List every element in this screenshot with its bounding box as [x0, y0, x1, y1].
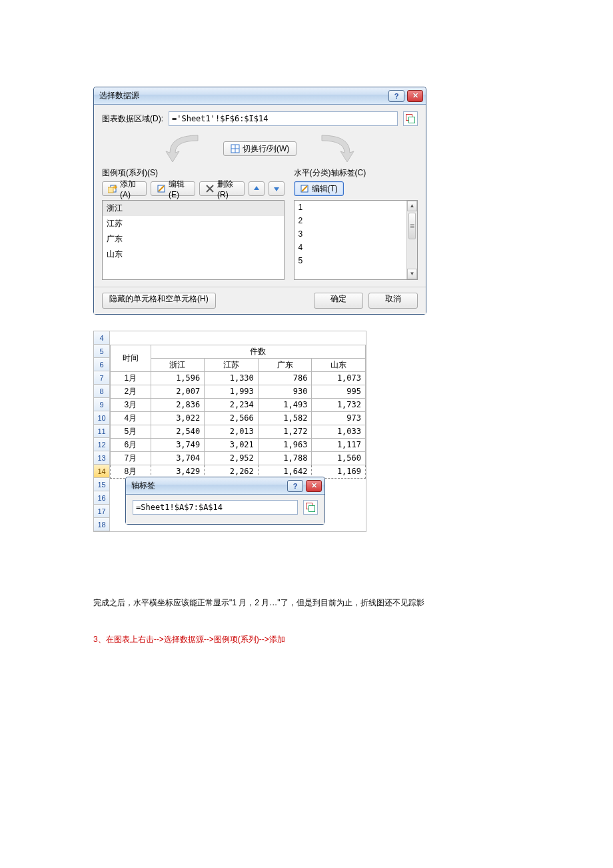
row-header[interactable]: 5	[94, 345, 110, 358]
data-cell[interactable]: 3,021	[205, 438, 259, 451]
time-column-header: 时间	[111, 345, 151, 371]
row-header[interactable]: 15	[94, 478, 110, 491]
row-header[interactable]: 11	[94, 425, 110, 438]
data-cell[interactable]: 3,022	[151, 411, 205, 425]
delete-icon	[205, 184, 215, 193]
list-item[interactable]: 3	[295, 227, 417, 241]
move-down-button[interactable]	[269, 181, 285, 196]
axis-labels-dialog: 轴标签 ? ✕	[125, 477, 325, 525]
data-cell[interactable]: 1,033	[312, 425, 366, 438]
hidden-cells-button[interactable]: 隐藏的单元格和空单元格(H)	[102, 293, 216, 309]
data-cell[interactable]: 1,582	[258, 411, 312, 425]
chart-range-input[interactable]	[169, 111, 398, 126]
list-item[interactable]: 4	[295, 241, 417, 254]
time-cell[interactable]: 4月	[111, 411, 151, 425]
arrow-down-icon	[273, 185, 280, 192]
data-cell[interactable]: 2,540	[151, 425, 205, 438]
time-cell[interactable]: 8月	[111, 465, 151, 478]
time-cell[interactable]: 5月	[111, 425, 151, 438]
data-cell[interactable]: 995	[312, 385, 366, 398]
row-header[interactable]: 9	[94, 398, 110, 411]
row-header[interactable]: 8	[94, 385, 110, 398]
data-cell[interactable]: 2,566	[205, 411, 259, 425]
scrollbar[interactable]: ▲ ▼	[406, 201, 417, 279]
time-cell[interactable]: 1月	[111, 371, 151, 385]
table-row: 7月3,7042,9521,7881,560	[111, 451, 366, 465]
row-header[interactable]: 16	[94, 491, 110, 505]
data-cell[interactable]: 2,952	[205, 451, 259, 465]
help-icon[interactable]: ?	[388, 90, 404, 102]
cancel-button[interactable]: 取消	[368, 293, 418, 309]
data-cell[interactable]: 2,262	[205, 465, 259, 478]
row-header[interactable]: 14	[94, 465, 110, 478]
switch-row-column-button[interactable]: 切换行/列(W)	[223, 141, 297, 156]
scroll-up-icon[interactable]: ▲	[407, 201, 417, 211]
data-cell[interactable]: 1,117	[312, 438, 366, 451]
data-cell[interactable]: 2,234	[205, 398, 259, 411]
remove-series-button[interactable]: 删除(R)	[199, 181, 245, 196]
list-item[interactable]: 1	[295, 201, 417, 214]
data-cell[interactable]: 1,788	[258, 451, 312, 465]
range-picker-icon[interactable]	[303, 500, 318, 515]
data-cell[interactable]: 1,732	[312, 398, 366, 411]
data-cell[interactable]: 2,836	[151, 398, 205, 411]
list-item[interactable]: 广东	[103, 231, 284, 247]
row-header[interactable]: 17	[94, 505, 110, 518]
list-item[interactable]: 浙江	[103, 201, 284, 216]
data-cell[interactable]: 1,272	[258, 425, 312, 438]
data-cell[interactable]: 1,642	[258, 465, 312, 478]
data-cell[interactable]: 1,330	[205, 371, 259, 385]
table-row: 2月2,0071,993930995	[111, 385, 366, 398]
data-cell[interactable]: 3,749	[151, 438, 205, 451]
edit-axis-labels-button[interactable]: 编辑(T)	[294, 181, 344, 196]
row-header[interactable]: 4	[94, 331, 110, 345]
table-row: 3月2,8362,2341,4931,732	[111, 398, 366, 411]
data-cell[interactable]: 1,963	[258, 438, 312, 451]
list-item[interactable]: 江苏	[103, 216, 284, 231]
list-item[interactable]: 2	[295, 214, 417, 227]
data-cell[interactable]: 2,013	[205, 425, 259, 438]
series-listbox[interactable]: 浙江 江苏 广东 山东	[102, 200, 285, 280]
row-header[interactable]: 12	[94, 438, 110, 451]
data-cell[interactable]: 1,560	[312, 451, 366, 465]
row-header[interactable]: 7	[94, 371, 110, 385]
data-cell[interactable]: 1,073	[312, 371, 366, 385]
dialog-titlebar[interactable]: 选择数据源 ? ✕	[94, 87, 426, 105]
time-cell[interactable]: 7月	[111, 451, 151, 465]
data-cell[interactable]: 1,169	[312, 465, 366, 478]
axis-labels-listbox[interactable]: 1 2 3 4 5 ▲ ▼	[294, 200, 418, 280]
time-cell[interactable]: 2月	[111, 385, 151, 398]
data-cell[interactable]: 1,493	[258, 398, 312, 411]
add-series-button[interactable]: ✚ 添加(A)	[102, 181, 147, 196]
data-cell[interactable]: 1,596	[151, 371, 205, 385]
data-cell[interactable]: 1,993	[205, 385, 259, 398]
time-cell[interactable]: 3月	[111, 398, 151, 411]
data-cell[interactable]: 2,007	[151, 385, 205, 398]
row-header[interactable]: 6	[94, 358, 110, 371]
dialog-title: 轴标签	[131, 480, 155, 491]
row-header[interactable]: 13	[94, 451, 110, 465]
list-item[interactable]: 山东	[103, 247, 284, 262]
range-picker-icon[interactable]	[403, 111, 418, 126]
data-cell[interactable]: 3,704	[151, 451, 205, 465]
ok-button[interactable]: 确定	[314, 293, 363, 309]
axis-labels-heading: 水平(分类)轴标签(C)	[294, 167, 418, 179]
scroll-thumb[interactable]	[408, 213, 416, 239]
close-icon[interactable]: ✕	[407, 90, 423, 102]
row-header[interactable]: 10	[94, 411, 110, 425]
scroll-down-icon[interactable]: ▼	[407, 269, 417, 279]
data-cell[interactable]: 3,429	[151, 465, 205, 478]
data-cell[interactable]: 973	[312, 411, 366, 425]
list-item[interactable]: 5	[295, 254, 417, 267]
move-up-button[interactable]	[249, 181, 265, 196]
help-icon[interactable]: ?	[287, 480, 303, 492]
close-icon[interactable]: ✕	[306, 480, 322, 492]
dialog-titlebar[interactable]: 轴标签 ? ✕	[126, 477, 324, 495]
column-header: 江苏	[205, 358, 259, 371]
data-cell[interactable]: 930	[258, 385, 312, 398]
time-cell[interactable]: 6月	[111, 438, 151, 451]
edit-series-button[interactable]: 编辑(E)	[151, 181, 195, 196]
data-cell[interactable]: 786	[258, 371, 312, 385]
axis-range-input[interactable]	[133, 500, 298, 515]
row-header[interactable]: 18	[94, 518, 110, 531]
